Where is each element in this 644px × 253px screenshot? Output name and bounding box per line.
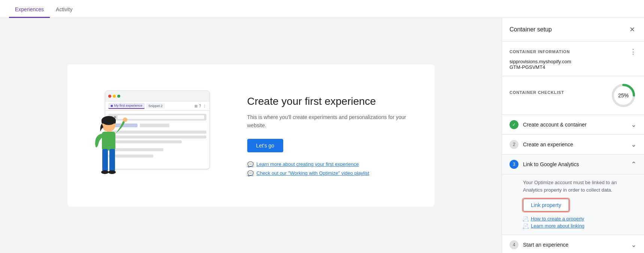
chevron-down-icon-1: ⌄ xyxy=(631,121,637,129)
checklist-item-left-4: 4 Start an experience xyxy=(510,240,568,249)
progress-circle: 25% xyxy=(610,82,637,109)
experience-card: ◼ My first experience Snippet 2 ⊞ ? ⋮ xyxy=(67,64,435,207)
lets-go-button[interactable]: Let's go xyxy=(247,139,284,152)
checklist-label: CONTAINER CHECKLIST xyxy=(510,90,603,95)
content-area: ◼ My first experience Snippet 2 ⊞ ? ⋮ xyxy=(0,18,502,253)
svg-rect-4 xyxy=(102,149,108,171)
browser-active-tab: ◼ My first experience xyxy=(108,103,145,109)
close-button[interactable]: ✕ xyxy=(628,24,637,35)
svg-rect-5 xyxy=(109,149,115,171)
checklist-item-start-experience[interactable]: 4 Start an experience ⌄ xyxy=(502,235,644,253)
svg-rect-2 xyxy=(102,132,115,150)
link-item-2[interactable]: 💬 Check out our "Working with Optimize" … xyxy=(247,170,412,176)
chevron-down-icon-4: ⌄ xyxy=(631,241,637,249)
checklist-item-create-experience[interactable]: 2 Create an experience ⌄ xyxy=(502,135,644,155)
more-options-icon[interactable]: ⋮ xyxy=(630,48,637,56)
checklist-item-left-1: ✓ Create account & container xyxy=(510,120,587,129)
tab-activity[interactable]: Activity xyxy=(50,6,78,18)
link-icon-2: 💬 xyxy=(247,170,254,176)
browser-dot-red xyxy=(108,95,111,98)
browser-dot-yellow xyxy=(113,95,116,98)
links-section: 💬 Learn more about creating your first e… xyxy=(247,161,412,176)
link-item-1[interactable]: 💬 Learn more about creating your first e… xyxy=(247,161,412,167)
step-badge-4: 4 xyxy=(510,240,518,249)
chevron-down-icon-2: ⌄ xyxy=(631,140,637,149)
step-badge-2: 2 xyxy=(510,140,518,149)
browser-dot-green xyxy=(117,95,120,98)
browser-tab-bar: ◼ My first experience Snippet 2 ⊞ ? ⋮ xyxy=(105,101,209,111)
checklist-item-left-2: 2 Create an experience xyxy=(510,140,573,149)
checklist-item-left-3: 3 Link to Google Analytics xyxy=(510,160,579,169)
container-info-header: CONTAINER INFORMATION ⋮ xyxy=(510,48,637,56)
how-to-create-property-link[interactable]: 📄 How to create a property xyxy=(523,216,637,222)
container-info-section: CONTAINER INFORMATION ⋮ sipprovisions.my… xyxy=(502,42,644,76)
progress-percent: 25% xyxy=(618,92,629,98)
step-3-description: Your Optimize account must be linked to … xyxy=(523,179,637,193)
link-icon-1: 💬 xyxy=(247,161,254,167)
container-domain: sipprovisions.myshopify.com xyxy=(510,59,637,64)
right-sidebar: Container setup ✕ CONTAINER INFORMATION … xyxy=(502,18,644,253)
checklist-left: CONTAINER CHECKLIST xyxy=(510,90,603,101)
sidebar-header: Container setup ✕ xyxy=(502,18,644,42)
svg-point-7 xyxy=(108,170,116,174)
experience-title: Create your first experience xyxy=(247,95,412,108)
svg-point-3 xyxy=(123,118,127,122)
chevron-up-icon-3: ⌃ xyxy=(631,160,637,168)
browser-chrome xyxy=(105,91,209,101)
step-label-4: Start an experience xyxy=(523,242,568,248)
container-info-label: CONTAINER INFORMATION xyxy=(510,49,570,54)
illustration-section: ◼ My first experience Snippet 2 ⊞ ? ⋮ xyxy=(90,83,225,188)
experience-desc: This is where you'll create experiments … xyxy=(247,113,412,130)
right-content: Create your first experience This is whe… xyxy=(247,95,412,176)
main-layout: ◼ My first experience Snippet 2 ⊞ ? ⋮ xyxy=(0,18,644,253)
checklist-section: CONTAINER CHECKLIST 25% xyxy=(502,76,644,115)
link-doc-icon-2: 📄 xyxy=(523,223,529,229)
step-3-expanded-content: Your Optimize account must be linked to … xyxy=(502,174,644,235)
sidebar-title: Container setup xyxy=(510,26,552,33)
tab-experiences[interactable]: Experiences xyxy=(9,6,50,18)
container-id: GTM-PGSVMT4 xyxy=(510,64,637,70)
link-property-button[interactable]: Link property xyxy=(523,199,569,211)
top-navigation: Experiences Activity xyxy=(0,0,644,18)
browser-tab-2: Snippet 2 xyxy=(146,103,165,109)
checklist-item-create-account[interactable]: ✓ Create account & container ⌄ xyxy=(502,115,644,135)
learn-more-linking-link[interactable]: 📄 Learn more about linking xyxy=(523,223,637,229)
step-label-3: Link to Google Analytics xyxy=(523,161,579,167)
step-label-1: Create account & container xyxy=(523,122,587,128)
person-illustration xyxy=(90,113,127,188)
svg-point-6 xyxy=(101,170,109,174)
step-badge-1: ✓ xyxy=(510,120,518,129)
checklist-item-link-analytics[interactable]: 3 Link to Google Analytics ⌃ xyxy=(502,155,644,174)
link-doc-icon-1: 📄 xyxy=(523,216,529,222)
step-3-links: 📄 How to create a property 📄 Learn more … xyxy=(523,216,637,229)
step-badge-3: 3 xyxy=(510,160,518,169)
step-label-2: Create an experience xyxy=(523,141,573,147)
